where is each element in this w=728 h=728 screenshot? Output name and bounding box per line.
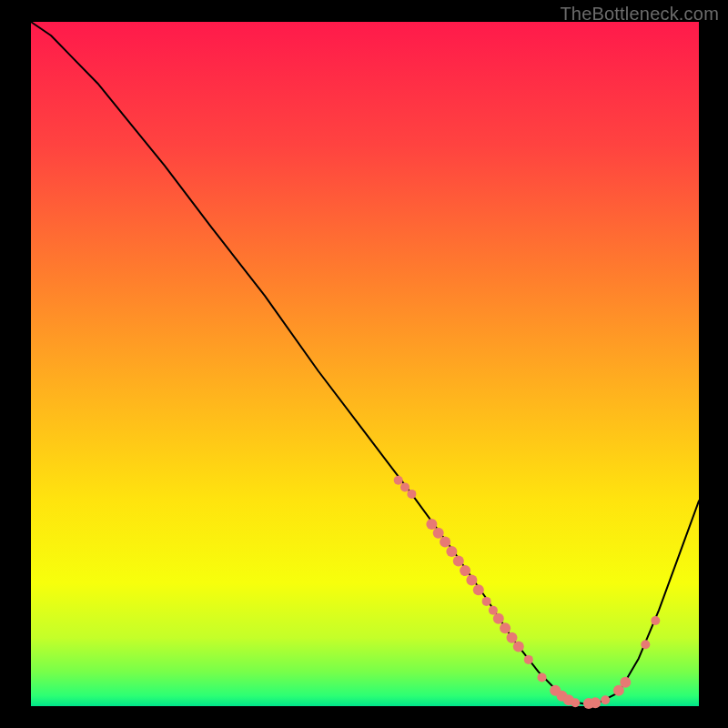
data-marker: [407, 490, 416, 499]
data-marker: [433, 528, 444, 539]
data-marker: [601, 695, 610, 704]
data-marker: [466, 575, 477, 586]
data-marker: [500, 622, 511, 633]
data-marker: [394, 476, 403, 485]
data-marker: [651, 616, 660, 625]
data-marker: [513, 642, 524, 652]
data-marker: [426, 519, 437, 530]
bottleneck-chart: [0, 0, 728, 728]
data-marker: [538, 672, 547, 682]
data-marker: [590, 697, 601, 708]
data-marker: [446, 546, 457, 557]
data-marker: [460, 565, 470, 576]
attribution-text: TheBottleneck.com: [560, 4, 719, 25]
data-marker: [571, 698, 580, 707]
data-marker: [440, 537, 450, 548]
data-marker: [489, 606, 498, 615]
data-marker: [507, 632, 518, 643]
data-marker: [400, 482, 410, 491]
data-marker: [620, 677, 631, 688]
data-marker: [641, 640, 650, 649]
data-marker: [473, 584, 484, 595]
data-marker: [524, 655, 533, 664]
data-marker: [453, 556, 464, 567]
data-marker: [482, 597, 491, 606]
data-marker: [493, 613, 504, 624]
